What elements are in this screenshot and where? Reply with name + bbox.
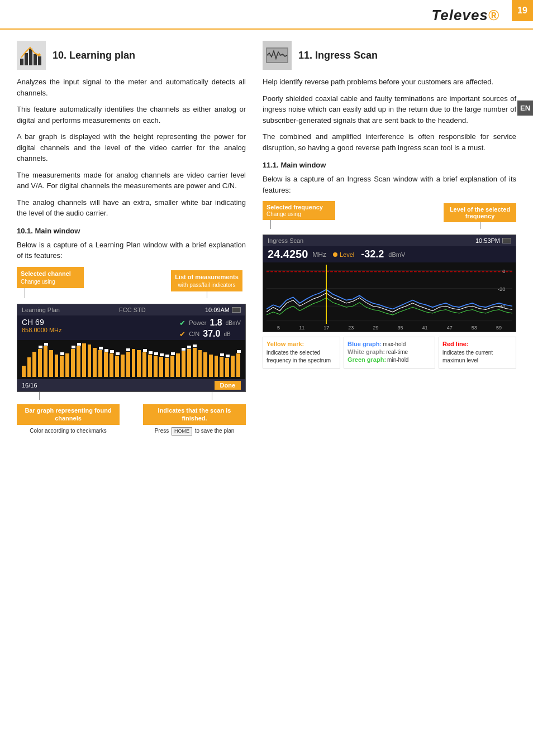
- section11-desc3: The combined and amplified interference …: [263, 131, 516, 153]
- svg-rect-4: [38, 56, 41, 65]
- x-label-47: 47: [447, 325, 453, 331]
- level-callout: Level of the selected frequency: [444, 203, 516, 222]
- x-label-35: 35: [398, 325, 403, 331]
- svg-rect-1: [25, 53, 28, 65]
- window-title: Learning Plan: [22, 307, 60, 313]
- ingress-chart-svg: 0 -20 -40: [266, 265, 512, 324]
- window-top-bar: Learning Plan FCC STD 10:09AM: [17, 304, 245, 315]
- ingress-scan-window: Ingress Scan 10:53PM 24.4250 MHz Level -…: [263, 235, 516, 332]
- ing-freq-unit: MHz: [312, 251, 326, 259]
- bottom-ann-arrows: [17, 392, 246, 400]
- x-label-11: 11: [299, 325, 304, 331]
- yellow-mark-label: Yellow mark:: [266, 341, 336, 347]
- section10-title: 10. Learning plan: [53, 50, 135, 61]
- done-button[interactable]: Done: [215, 381, 241, 390]
- x-label-53: 53: [472, 325, 477, 331]
- selected-channel-label: Selected channel Change using: [17, 267, 84, 289]
- section11-header: 11. Ingress Scan: [263, 41, 516, 70]
- bottom-annotations: Bar graph representing found channels Co…: [17, 404, 246, 436]
- time-row: 10:09AM: [205, 307, 241, 313]
- learning-plan-window: Learning Plan FCC STD 10:09AM CH 69 858.…: [17, 304, 246, 392]
- section10-desc1: Analyzes the input signal to the meter a…: [17, 76, 246, 98]
- x-label-59: 59: [496, 325, 502, 331]
- svg-rect-3: [34, 54, 37, 65]
- x-label-17: 17: [323, 325, 329, 331]
- svg-rect-2: [29, 49, 32, 65]
- ingress-scan-icon-svg: [265, 43, 289, 68]
- section10-sub-desc: Below is a capture of a Learning Plan wi…: [17, 240, 246, 261]
- section10-sub-title: 10.1. Main window: [17, 227, 246, 235]
- ing-chart-area: 0 -20 -40: [263, 262, 516, 324]
- section10-desc3: A bar graph is displayed with the height…: [17, 131, 246, 164]
- ing-level-unit: dBmV: [388, 251, 405, 258]
- left-column: 10. Learning plan Analyzes the input sig…: [17, 41, 257, 436]
- section10-desc5: The analog channels will have an extra, …: [17, 197, 246, 219]
- page-number: 19: [512, 0, 533, 21]
- scan-finished-ann: Indicates that the scan is finished. Pre…: [143, 404, 246, 436]
- ing-level-label: Level: [340, 251, 354, 258]
- ing-freq-row: 24.4250 MHz Level -32.2 dBmV: [263, 246, 516, 262]
- bar-graph-ann: Bar graph representing found channels Co…: [17, 404, 120, 434]
- progress-label: 16/16: [22, 382, 37, 389]
- channel-freq: 858.0000 MHz: [22, 327, 62, 333]
- bar-graph-sub: Color according to checkmarks: [17, 427, 120, 434]
- channel-info: CH 69 858.0000 MHz: [22, 318, 62, 333]
- red-line-text: indicates the current maximun level: [442, 349, 512, 365]
- blue-graph-text: max-hold: [383, 341, 406, 347]
- measurements-col: ✔ Power 1.8 dBmV ✔ C/N 37.0 dB: [179, 318, 241, 339]
- white-graph-text: real-time: [386, 349, 408, 355]
- window-bottom-bar: 16/16 Done: [17, 379, 245, 391]
- section11-sub-desc: Below is a capture of an Ingress Scan wi…: [263, 174, 516, 195]
- yellow-mark-ann: Yellow mark: indicates the selected freq…: [263, 337, 340, 369]
- home-button-inline[interactable]: HOME: [172, 427, 192, 436]
- power-label: Power: [189, 319, 206, 326]
- x-label-23: 23: [348, 325, 354, 331]
- section10-header: 10. Learning plan: [17, 41, 246, 70]
- blue-graph-label: Blue graph:: [348, 341, 382, 347]
- svg-text:-20: -20: [498, 286, 506, 291]
- bar-graph-label: Bar graph representing found channels: [17, 404, 120, 425]
- bar-graph-area: [17, 340, 245, 379]
- channel-row: CH 69 858.0000 MHz ✔ Power 1.8 dBmV ✔ C/…: [17, 315, 245, 340]
- graph-types-ann: Blue graph: max-hold White graph: real-t…: [344, 337, 435, 369]
- power-unit: dBmV: [226, 320, 241, 326]
- ing-title: Ingress Scan: [268, 237, 303, 244]
- svg-text:-40: -40: [498, 304, 506, 309]
- section10-desc2: This feature automatically identifies th…: [17, 104, 246, 126]
- level-of-freq-ann: Level of the selected frequency: [444, 203, 516, 229]
- cn-row: ✔ C/N 37.0 dB: [179, 329, 241, 339]
- selected-freq-label: Selected frequency Change using: [263, 201, 335, 220]
- red-line-ann: Red line: indicates the current maximun …: [439, 337, 516, 369]
- list-meas-label: List of measurements with pass/fail indi…: [171, 270, 242, 292]
- red-line-label: Red line:: [442, 341, 468, 347]
- ing-battery-icon: [502, 238, 511, 243]
- section11-title: 11. Ingress Scan: [298, 50, 378, 61]
- window-time: 10:09AM: [205, 307, 230, 313]
- section10-desc4: The measurements made for analog channel…: [17, 170, 246, 192]
- level-dot: [333, 252, 337, 257]
- section11-sub-title: 11.1. Main window: [263, 161, 516, 169]
- top-ann-row: Selected channel Change using List of me…: [17, 267, 246, 299]
- section11-desc1: Help identify reverse path problems befo…: [263, 76, 516, 88]
- list-measurements-ann: List of measurements with pass/fail indi…: [168, 270, 246, 299]
- power-value: 1.8: [210, 318, 222, 328]
- green-graph-text: min-hold: [387, 357, 408, 363]
- x-label-29: 29: [373, 325, 378, 331]
- section11-icon: [263, 41, 292, 70]
- green-graph-row: Green graph: min-hold: [348, 356, 431, 363]
- ing-bottom-anns: Yellow mark: indicates the selected freq…: [263, 337, 516, 369]
- window-std: FCC STD: [119, 307, 146, 313]
- press-home-text: Press HOME to save the plan: [143, 427, 246, 436]
- yellow-mark-text: indicates the selected frequency in the …: [266, 349, 336, 365]
- section10-icon: [17, 41, 46, 70]
- section11-desc2: Poorly shielded coaxial cable and faulty…: [263, 93, 516, 126]
- power-check: ✔: [179, 319, 185, 327]
- cn-value: 37.0: [203, 329, 220, 339]
- blue-graph-row: Blue graph: max-hold: [348, 341, 431, 347]
- level-section: Level: [333, 251, 354, 258]
- white-graph-row: White graph: real-time: [348, 348, 431, 355]
- scan-finished-label: Indicates that the scan is finished.: [143, 404, 246, 425]
- ing-top-bar: Ingress Scan 10:53PM: [263, 235, 516, 246]
- ing-time-row: 10:53PM: [475, 237, 511, 244]
- lang-badge: EN: [517, 101, 533, 116]
